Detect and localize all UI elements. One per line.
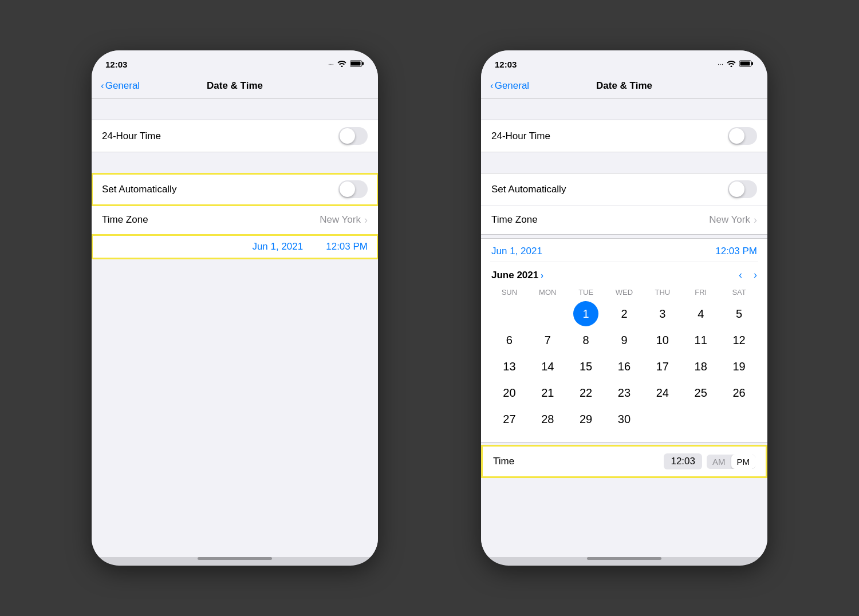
- pm-button[interactable]: PM: [731, 455, 756, 469]
- day-cell-24[interactable]: 24: [650, 380, 675, 405]
- day-headers: SUN MON TUE WED THU FRI SAT: [490, 286, 758, 299]
- auto-timezone-group-left: Set Automatically Time Zone New York: [92, 173, 378, 235]
- home-indicator-right: [587, 557, 661, 560]
- set-auto-row-right[interactable]: Set Automatically: [481, 173, 767, 206]
- day-cell-14[interactable]: 14: [535, 354, 560, 379]
- time-zone-value-right: New York: [709, 214, 757, 226]
- day-header-tue: TUE: [567, 286, 605, 299]
- time-zone-row-left[interactable]: Time Zone New York: [92, 206, 378, 234]
- day-cell-30[interactable]: 30: [612, 406, 637, 432]
- svg-rect-2: [362, 62, 364, 65]
- status-time-left: 12:03: [105, 60, 127, 69]
- day-cell-19[interactable]: 19: [727, 354, 752, 379]
- day-cell-3[interactable]: 3: [650, 301, 675, 326]
- back-label-left: General: [105, 80, 140, 92]
- toggle-knob-hour-left: [340, 128, 355, 144]
- day-header-sun: SUN: [490, 286, 529, 299]
- day-cell-6[interactable]: 6: [497, 327, 522, 353]
- svg-point-4: [731, 65, 732, 67]
- day-cell-26[interactable]: 26: [727, 380, 752, 405]
- day-empty-4: [688, 406, 714, 432]
- home-indicator-left: [198, 557, 272, 560]
- calendar-date-time-header: Jun 1, 2021 12:03 PM: [490, 239, 758, 262]
- day-cell-13[interactable]: 13: [497, 354, 522, 379]
- date-value-left: Jun 1, 2021: [252, 241, 303, 252]
- day-cell-2[interactable]: 2: [612, 301, 637, 326]
- am-button[interactable]: AM: [707, 455, 731, 469]
- set-auto-row-left[interactable]: Set Automatically: [92, 173, 378, 206]
- battery-icon-right: [739, 60, 754, 69]
- day-empty-5: [727, 406, 752, 432]
- set-auto-toggle-left[interactable]: [338, 180, 368, 198]
- calendar-header: June 2021 › ‹ ›: [490, 262, 758, 286]
- back-button-left[interactable]: ‹ General: [101, 80, 140, 92]
- date-time-row-left[interactable]: Jun 1, 2021 12:03 PM: [92, 235, 378, 259]
- next-month-button[interactable]: ›: [754, 269, 757, 281]
- section-gap-top-left: [92, 99, 378, 120]
- hour-time-group-right: 24-Hour Time: [481, 120, 767, 152]
- hour-time-toggle-left[interactable]: [338, 127, 368, 145]
- day-cell-21[interactable]: 21: [535, 380, 560, 405]
- dots-icon-right: ···: [718, 60, 723, 68]
- timezone-chevron-left: [363, 214, 368, 226]
- status-icons-left: ···: [328, 60, 364, 69]
- set-auto-label-right: Set Automatically: [491, 184, 566, 195]
- hour-time-group-left: 24-Hour Time: [92, 120, 378, 152]
- left-phone: 12:03 ··· ‹ General: [92, 50, 378, 566]
- section-gap-mid-left: [92, 152, 378, 173]
- hour-time-toggle-right[interactable]: [728, 127, 757, 145]
- day-cell-15[interactable]: 15: [573, 354, 598, 379]
- wifi-icon-left: [337, 60, 346, 69]
- status-bar-right: 12:03 ···: [481, 50, 767, 76]
- auto-timezone-group-right: Set Automatically Time Zone New York: [481, 173, 767, 235]
- week-row-1: 1 2 3 4 5: [490, 301, 758, 326]
- svg-rect-6: [751, 62, 753, 65]
- month-chevron-icon: ›: [541, 271, 543, 280]
- day-cell-23[interactable]: 23: [612, 380, 637, 405]
- time-picker-row: Time 12:03 AM PM: [483, 447, 766, 476]
- prev-month-button[interactable]: ‹: [739, 269, 742, 281]
- hour-time-row-right: 24-Hour Time: [481, 120, 767, 152]
- day-cell-5[interactable]: 5: [727, 301, 752, 326]
- svg-rect-7: [740, 61, 750, 65]
- day-cell-29[interactable]: 29: [573, 406, 598, 432]
- day-cell-8[interactable]: 8: [573, 327, 598, 353]
- day-cell-27[interactable]: 27: [497, 406, 522, 432]
- time-zone-row-right[interactable]: Time Zone New York: [481, 206, 767, 234]
- day-cell-12[interactable]: 12: [727, 327, 752, 353]
- day-cell-22[interactable]: 22: [573, 380, 598, 405]
- hour-time-label-right: 24-Hour Time: [491, 131, 550, 142]
- gap-after-time: [481, 478, 767, 489]
- set-auto-label-left: Set Automatically: [102, 184, 176, 195]
- calendar-section: Jun 1, 2021 12:03 PM June 2021 › ‹ › SUN: [481, 238, 767, 443]
- time-display-value[interactable]: 12:03: [664, 453, 702, 469]
- day-cell-28[interactable]: 28: [535, 406, 560, 432]
- dots-icon-left: ···: [328, 60, 334, 68]
- day-cell-9[interactable]: 9: [612, 327, 637, 353]
- time-zone-label-left: Time Zone: [102, 214, 148, 226]
- day-cell-25[interactable]: 25: [688, 380, 714, 405]
- day-cell-1[interactable]: 1: [573, 301, 598, 326]
- day-empty-1: [497, 301, 522, 326]
- week-row-5: 27 28 29 30: [490, 406, 758, 432]
- calendar-nav: ‹ ›: [739, 269, 757, 281]
- right-phone: 12:03 ··· ‹ General: [481, 50, 767, 566]
- day-cell-20[interactable]: 20: [497, 380, 522, 405]
- day-cell-18[interactable]: 18: [688, 354, 714, 379]
- time-picker-section: Time 12:03 AM PM: [481, 445, 767, 478]
- set-auto-toggle-right[interactable]: [728, 180, 757, 198]
- status-time-right: 12:03: [495, 60, 517, 69]
- day-header-fri: FRI: [681, 286, 720, 299]
- day-cell-11[interactable]: 11: [688, 327, 714, 353]
- day-cell-4[interactable]: 4: [688, 301, 714, 326]
- time-picker-controls: 12:03 AM PM: [664, 453, 755, 469]
- day-cell-16[interactable]: 16: [612, 354, 637, 379]
- day-cell-10[interactable]: 10: [650, 327, 675, 353]
- back-button-right[interactable]: ‹ General: [490, 80, 529, 92]
- time-zone-label-right: Time Zone: [491, 214, 538, 226]
- hour-time-row-left: 24-Hour Time: [92, 120, 378, 152]
- day-cell-17[interactable]: 17: [650, 354, 675, 379]
- calendar-time-value: 12:03 PM: [715, 246, 757, 257]
- day-cell-7[interactable]: 7: [535, 327, 560, 353]
- toggle-knob-auto-right: [729, 181, 744, 197]
